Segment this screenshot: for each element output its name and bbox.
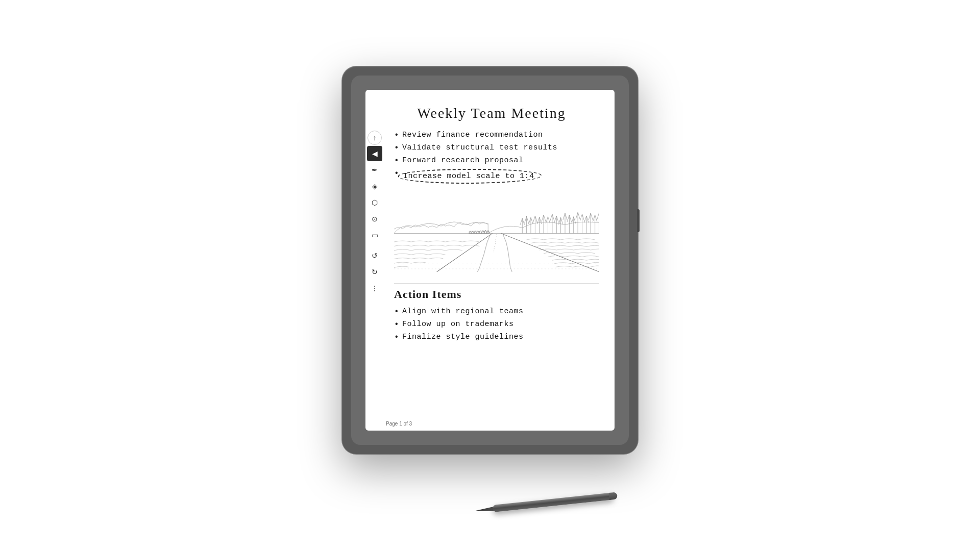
up-arrow-icon: ↑ xyxy=(373,134,377,142)
redo-icon: ↻ xyxy=(372,268,378,276)
back-icon: ◀ xyxy=(372,149,378,158)
pen-tool-button[interactable]: ✒ xyxy=(367,162,382,178)
page-indicator: Page 1 of 3 xyxy=(386,421,412,427)
list-item: Increase model scale to 1:4 xyxy=(394,169,599,184)
sketch-area xyxy=(394,190,599,279)
stylus-end xyxy=(609,492,618,500)
meeting-items-list: Review finance recommendation Validate s… xyxy=(394,131,599,184)
highlighted-list-item: Increase model scale to 1:4 xyxy=(398,169,542,184)
tablet-bezel: ↑ ◀ ✒ ◈ ⬡ ⊙ xyxy=(351,76,629,445)
list-item: Finalize style guidelines xyxy=(394,333,599,341)
list-item: Review finance recommendation xyxy=(394,131,599,139)
scroll-up-button[interactable]: ↑ xyxy=(368,131,382,145)
toolbar: ↑ ◀ ✒ ◈ ⬡ ⊙ xyxy=(365,131,384,296)
svg-line-5 xyxy=(494,246,495,253)
insert-icon: ▭ xyxy=(372,231,378,239)
undo-icon: ↺ xyxy=(372,252,378,260)
stylus-pen xyxy=(475,489,618,516)
section-divider xyxy=(394,283,599,284)
eraser-icon: ⬡ xyxy=(372,198,378,207)
action-items-list: Align with regional teams Follow up on t… xyxy=(394,307,599,341)
list-item: Forward research proposal xyxy=(394,156,599,165)
action-items-title: Action Items xyxy=(394,288,599,301)
marker-tool-button[interactable]: ◈ xyxy=(367,179,382,194)
svg-line-4 xyxy=(495,239,496,244)
power-button[interactable] xyxy=(637,209,640,232)
redo-button[interactable]: ↻ xyxy=(367,264,382,280)
list-item: Align with regional teams xyxy=(394,307,599,316)
page-content: Weekly Team Meeting Review finance recom… xyxy=(384,90,615,431)
marker-icon: ◈ xyxy=(372,182,378,190)
tablet-screen: ↑ ◀ ✒ ◈ ⬡ ⊙ xyxy=(365,90,615,431)
document-title: Weekly Team Meeting xyxy=(384,105,599,121)
back-tool-button[interactable]: ◀ xyxy=(367,146,382,161)
landscape-sketch xyxy=(394,190,599,279)
stylus-tip xyxy=(475,507,495,513)
pen-icon: ✒ xyxy=(372,166,378,174)
lasso-tool-button[interactable]: ⊙ xyxy=(367,211,382,227)
list-item: Follow up on trademarks xyxy=(394,320,599,329)
lasso-icon: ⊙ xyxy=(372,215,378,223)
undo-button[interactable]: ↺ xyxy=(367,248,382,263)
more-options-button[interactable]: ⋮ xyxy=(367,281,382,296)
list-item: Validate structural test results xyxy=(394,143,599,152)
stylus-body xyxy=(493,492,614,512)
eraser-tool-button[interactable]: ⬡ xyxy=(367,195,382,210)
svg-line-1 xyxy=(437,233,493,271)
tablet-device: ↑ ◀ ✒ ◈ ⬡ ⊙ xyxy=(342,66,638,454)
insert-button[interactable]: ▭ xyxy=(367,228,382,243)
scene: ↑ ◀ ✒ ◈ ⬡ ⊙ xyxy=(0,0,980,551)
more-icon: ⋮ xyxy=(371,284,378,292)
